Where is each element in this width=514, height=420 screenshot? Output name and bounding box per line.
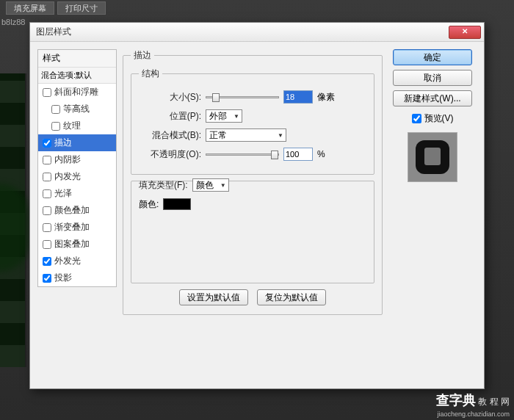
style-item-inner-glow[interactable]: 内发光 [38,168,116,185]
style-item-outer-glow[interactable]: 外发光 [38,253,116,269]
filltype-select[interactable]: 颜色 [192,178,229,192]
filltype-label: 填充类型(F): [139,179,188,192]
color-label: 颜色: [139,198,159,211]
svg-rect-1 [424,148,441,165]
select-value: 颜色 [196,179,214,192]
reset-default-button[interactable]: 复位为默认值 [257,289,326,305]
style-label: 内阴影 [54,153,81,166]
style-item-inner-shadow[interactable]: 内阴影 [38,151,116,168]
style-label: 内发光 [54,170,81,183]
styles-header[interactable]: 样式 [38,50,116,68]
select-value: 正常 [209,129,227,142]
action-column: 确定 取消 新建样式(W)... 预览(V) [388,49,477,381]
checkbox[interactable] [43,206,51,215]
style-label: 纹理 [63,120,81,132]
top-toolbar: 填充屏幕 打印尺寸 [0,0,514,16]
preview-label: 预览(V) [424,112,454,125]
watermark: 查字典 教 程 网 jiaocheng.chazidian.com [436,393,510,419]
watermark-sub: 教 程 网 [478,397,510,407]
size-input[interactable] [283,90,313,104]
position-row: 位置(P): 外部 [139,108,366,124]
style-item-texture[interactable]: 纹理 [38,117,116,134]
filltype-row: 填充类型(F): 颜色 [139,177,366,193]
position-select[interactable]: 外部 [206,109,242,123]
stroke-group-title: 描边 [131,49,154,62]
document-tab[interactable]: b8lz88 [1,18,25,26]
size-unit: 像素 [317,91,335,104]
preview-toggle[interactable]: 预览(V) [412,112,454,125]
fill-group: 填充类型(F): 颜色 颜色: [131,181,374,283]
style-label: 颜色叠加 [54,204,90,217]
checkbox[interactable] [43,223,51,232]
ok-button[interactable]: 确定 [393,49,472,65]
style-label: 等高线 [63,103,90,115]
style-label: 渐变叠加 [54,221,90,233]
titlebar[interactable]: 图层样式 ✕ [30,23,484,42]
style-label: 斜面和浮雕 [54,86,98,98]
style-label: 外发光 [54,255,81,267]
set-default-button[interactable]: 设置为默认值 [179,289,248,305]
slider-thumb[interactable] [212,93,220,102]
size-label: 大小(S): [139,91,201,104]
slider-thumb[interactable] [271,151,278,159]
opacity-slider[interactable] [206,153,279,156]
styles-list: 样式 混合选项:默认 斜面和浮雕 等高线 纹理 描边 内阴影 内发光 光泽 颜色… [37,49,117,287]
watermark-main: 查字典 [436,393,476,408]
blend-options-header[interactable]: 混合选项:默认 [38,68,116,84]
stroke-group: 描边 结构 大小(S): 像素 位置(P): 外部 混合模式(B): [123,49,383,315]
position-label: 位置(P): [139,110,201,123]
checkbox[interactable] [43,88,51,97]
opacity-label: 不透明度(O): [139,148,201,161]
style-item-drop-shadow[interactable]: 投影 [38,269,116,286]
preview-checkbox[interactable] [412,114,421,123]
style-label: 描边 [54,137,72,149]
style-label: 投影 [54,272,72,284]
color-row: 颜色: [139,196,366,212]
structure-group: 结构 大小(S): 像素 位置(P): 外部 混合模式(B): 正常 [131,68,374,175]
style-label: 光泽 [54,187,72,200]
layer-style-dialog: 图层样式 ✕ 样式 混合选项:默认 斜面和浮雕 等高线 纹理 描边 内阴影 内发… [29,22,485,389]
style-item-stroke[interactable]: 描边 [38,134,116,151]
size-slider[interactable] [206,96,279,98]
style-item-contour[interactable]: 等高线 [38,101,116,117]
blend-mode-row: 混合模式(B): 正常 [139,127,366,143]
watermark-url: jiaocheng.chazidian.com [437,410,510,418]
checkbox[interactable] [43,257,51,266]
color-swatch[interactable] [163,198,191,210]
select-value: 外部 [209,110,227,123]
checkbox[interactable] [43,173,51,181]
dialog-content: 样式 混合选项:默认 斜面和浮雕 等高线 纹理 描边 内阴影 内发光 光泽 颜色… [30,42,484,388]
checkbox[interactable] [51,105,60,114]
checkbox[interactable] [51,122,60,131]
style-item-bevel[interactable]: 斜面和浮雕 [38,84,116,101]
checkbox[interactable] [43,156,51,164]
size-row: 大小(S): 像素 [139,89,366,105]
style-item-pattern-overlay[interactable]: 图案叠加 [38,236,116,253]
checkbox[interactable] [43,240,51,249]
preview-thumbnail [408,132,457,182]
style-item-satin[interactable]: 光泽 [38,185,116,202]
print-size-button[interactable]: 打印尺寸 [57,1,106,15]
settings-column: 描边 结构 大小(S): 像素 位置(P): 外部 混合模式(B): [123,49,383,381]
style-item-color-overlay[interactable]: 颜色叠加 [38,202,116,219]
opacity-row: 不透明度(O): % [139,146,366,162]
blend-mode-label: 混合模式(B): [139,129,201,142]
cancel-button[interactable]: 取消 [393,70,472,86]
opacity-unit: % [317,149,325,159]
preview-icon [413,137,452,177]
dialog-title: 图层样式 [36,26,449,38]
opacity-input[interactable] [283,148,313,161]
checkbox[interactable] [43,139,51,148]
canvas-background [0,73,26,367]
style-label: 图案叠加 [54,238,90,250]
styles-column: 样式 混合选项:默认 斜面和浮雕 等高线 纹理 描边 内阴影 内发光 光泽 颜色… [37,49,117,381]
checkbox[interactable] [43,189,51,198]
close-button[interactable]: ✕ [449,26,481,39]
structure-title: 结构 [139,68,162,80]
checkbox[interactable] [43,274,51,283]
new-style-button[interactable]: 新建样式(W)... [393,90,472,106]
style-item-gradient-overlay[interactable]: 渐变叠加 [38,219,116,236]
fill-screen-button[interactable]: 填充屏幕 [6,1,54,15]
blend-mode-select[interactable]: 正常 [206,128,286,142]
default-buttons: 设置为默认值 复位为默认值 [131,289,374,305]
